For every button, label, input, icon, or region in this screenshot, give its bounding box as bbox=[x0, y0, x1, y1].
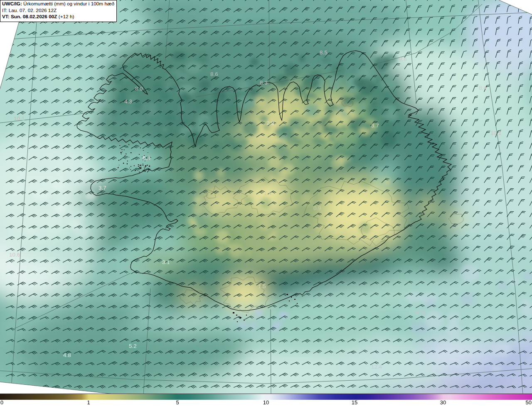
svg-text:1.5: 1.5 bbox=[258, 283, 266, 289]
svg-text:1.4: 1.4 bbox=[264, 190, 272, 196]
svg-text:3.7: 3.7 bbox=[371, 122, 379, 129]
svg-text:10.0: 10.0 bbox=[415, 310, 426, 316]
svg-text:10.1: 10.1 bbox=[14, 115, 25, 122]
svg-text:8.9: 8.9 bbox=[135, 86, 143, 92]
svg-text:8.5: 8.5 bbox=[320, 49, 328, 56]
svg-text:8.3: 8.3 bbox=[260, 80, 268, 86]
svg-text:2.8: 2.8 bbox=[266, 120, 274, 126]
svg-text:12.4: 12.4 bbox=[371, 364, 382, 370]
svg-text:3.7: 3.7 bbox=[99, 185, 106, 191]
svg-text:4.8: 4.8 bbox=[63, 352, 71, 358]
svg-text:8.6: 8.6 bbox=[210, 71, 218, 77]
svg-text:10.1: 10.1 bbox=[490, 130, 501, 136]
svg-text:0.9: 0.9 bbox=[313, 205, 321, 211]
svg-text:9.6: 9.6 bbox=[399, 56, 407, 62]
svg-text:3.1: 3.1 bbox=[162, 259, 170, 265]
svg-text:8.4: 8.4 bbox=[479, 85, 487, 91]
svg-text:6.8: 6.8 bbox=[143, 155, 150, 161]
svg-text:5.2: 5.2 bbox=[129, 343, 137, 349]
svg-text:4.3: 4.3 bbox=[124, 98, 132, 105]
svg-text:10.6: 10.6 bbox=[9, 252, 20, 258]
